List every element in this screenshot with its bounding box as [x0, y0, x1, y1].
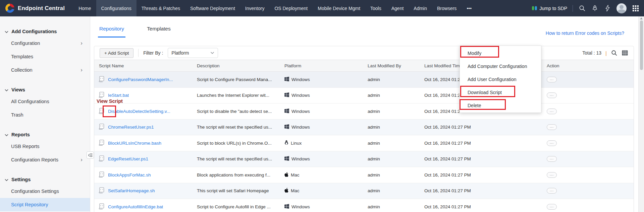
row-actions-button[interactable]: ... — [547, 109, 557, 114]
row-actions-button[interactable]: ... — [547, 156, 557, 162]
script-file-icon[interactable] — [99, 92, 104, 99]
sidebar-item-templates[interactable]: Templates — [0, 50, 90, 63]
script-name-cell: BlockURLsInChrome.bash — [94, 140, 192, 147]
sidebar-section-title-views[interactable]: Views — [0, 85, 90, 95]
nav-item-[interactable]: ••• — [462, 0, 477, 16]
table-row: BlockAppsForMac.shBlock applications fro… — [94, 167, 634, 183]
script-file-icon[interactable] — [99, 187, 104, 194]
row-actions-button[interactable]: ... — [547, 140, 557, 146]
action-cell: ... — [542, 188, 634, 194]
add-script-button[interactable]: + Add Script — [100, 48, 133, 58]
sidebar-item-configuration[interactable]: Configuration› — [0, 37, 90, 50]
windows-icon — [284, 77, 289, 82]
sidebar-item-configuration-settings[interactable]: Configuration Settings — [0, 185, 90, 198]
script-name-link[interactable]: IeStart.bat — [108, 93, 129, 98]
sidebar-section-title-add-configurations[interactable]: Add Configurations — [0, 26, 90, 37]
nav-item-configurations[interactable]: Configurations — [96, 0, 137, 16]
row-actions-button[interactable]: ... — [547, 124, 557, 130]
sidebar-collapse-icon[interactable] — [87, 151, 94, 159]
nav-item-threats-patches[interactable]: Threats & Patches — [137, 0, 185, 16]
description-cell: This script will set Safari Homepage — [192, 188, 280, 193]
error-codes-help-link[interactable]: How to return Error codes on Scripts? — [546, 30, 624, 36]
tab-repository[interactable]: Repository — [98, 24, 125, 38]
script-file-icon[interactable] — [99, 155, 104, 162]
platform-cell: Windows — [280, 204, 363, 210]
sidebar-item-trash[interactable]: Trash — [0, 108, 90, 122]
nav-item-home[interactable]: Home — [73, 0, 96, 16]
table-row: EdgeResetUser.ps1The script will reset t… — [94, 151, 634, 167]
modified-by-cell: admin — [363, 77, 420, 82]
brand-title: Endpoint Central — [18, 5, 65, 12]
sidebar-item-all-configurations[interactable]: All Configurations — [0, 95, 90, 108]
sidebar-item-usb-reports[interactable]: USB Reports — [0, 140, 90, 153]
description-cell: The script will reset the specified us..… — [192, 156, 280, 161]
description-cell: Script to block URL(s) in Chrome.O... — [192, 141, 280, 146]
platform-filter-select[interactable]: Platform — [168, 48, 218, 58]
nav-item-agent[interactable]: Agent — [386, 0, 409, 16]
script-name-cell: IeStart.bat — [94, 92, 192, 99]
column-header-description: Description — [192, 63, 280, 68]
row-actions-button[interactable]: ... — [547, 92, 557, 98]
lightning-icon[interactable] — [604, 5, 611, 12]
script-file-icon[interactable] — [99, 171, 104, 179]
row-actions-button[interactable]: ... — [547, 204, 557, 210]
tabs: RepositoryTemplates — [98, 24, 172, 38]
table-row: ChromeResetUser.ps1The script will reset… — [94, 120, 634, 136]
context-menu-item-add-computer-configuration[interactable]: Add Computer Configuration — [460, 60, 541, 73]
row-actions-button[interactable]: ... — [547, 172, 557, 178]
script-name-link[interactable]: DisableAutoDetectIeSetting.v... — [108, 109, 170, 114]
context-menu-item-delete[interactable]: Delete — [460, 99, 541, 112]
nav-item-software-deployment[interactable]: Software Deployment — [185, 0, 240, 16]
top-navbar: Endpoint Central HomeConfigurationsThrea… — [0, 0, 644, 16]
action-cell: ... — [542, 124, 634, 130]
script-name-link[interactable]: BlockAppsForMac.sh — [108, 172, 151, 178]
sidebar-item-collection[interactable]: Collection› — [0, 63, 90, 77]
search-icon[interactable] — [578, 5, 586, 12]
script-name-link[interactable]: EdgeResetUser.ps1 — [108, 156, 148, 161]
user-avatar[interactable] — [616, 3, 627, 13]
scrollbar-thumb[interactable] — [640, 20, 643, 70]
script-name-link[interactable]: ConfigureAutofillInEdge.bat — [108, 204, 163, 209]
sidebar: Add ConfigurationsConfiguration›Template… — [0, 16, 90, 212]
context-menu-item-download-script[interactable]: Download Script — [460, 86, 541, 99]
context-menu-item-modify[interactable]: Modify — [460, 47, 541, 60]
nav-item-inventory[interactable]: Inventory — [240, 0, 270, 16]
windows-icon — [284, 204, 289, 210]
description-cell: The script will reset the specified us..… — [192, 125, 280, 130]
scrollbar-up-arrow[interactable] — [640, 17, 643, 19]
script-file-icon[interactable] — [99, 76, 104, 83]
nav-item-browsers[interactable]: Browsers — [432, 0, 462, 16]
sidebar-item-configuration-reports[interactable]: Configuration Reports› — [0, 153, 90, 166]
script-name-link[interactable]: BlockURLsInChrome.bash — [108, 141, 161, 146]
script-file-icon[interactable] — [99, 108, 104, 115]
sidebar-section-title-reports[interactable]: Reports — [0, 130, 90, 140]
script-name-link[interactable]: SetSafariHomepage.sh — [108, 188, 155, 193]
nav-right: Jump to SDP — [532, 3, 644, 13]
row-actions-button[interactable]: ... — [547, 188, 557, 194]
column-header-script-name: Script Name — [94, 63, 192, 68]
script-file-icon[interactable] — [99, 203, 104, 210]
sidebar-section: SettingsConfiguration SettingsScript Rep… — [0, 174, 90, 211]
chevron-down-icon — [210, 52, 214, 54]
script-name-link[interactable]: ConfigurePasswordManagerIn... — [108, 77, 173, 82]
script-name-link[interactable]: ChromeResetUser.ps1 — [108, 125, 154, 130]
script-file-icon[interactable] — [99, 140, 104, 147]
apps-grid-icon[interactable] — [632, 5, 639, 12]
vertical-scrollbar[interactable] — [638, 16, 644, 212]
script-name-cell: ChromeResetUser.ps1 — [94, 124, 192, 131]
script-name-cell: ConfigureAutofillInEdge.bat — [94, 203, 192, 210]
table-search-icon[interactable] — [611, 50, 618, 56]
rocket-icon[interactable] — [591, 5, 598, 12]
context-menu-item-add-user-configuration[interactable]: Add User Configuration — [460, 73, 541, 86]
sidebar-section-title-settings[interactable]: Settings — [0, 174, 90, 185]
nav-item-os-deployment[interactable]: OS Deployment — [269, 0, 313, 16]
tab-templates[interactable]: Templates — [146, 24, 172, 38]
script-file-icon[interactable] — [99, 124, 104, 131]
column-chooser-icon[interactable] — [622, 50, 628, 56]
nav-item-admin[interactable]: Admin — [409, 0, 432, 16]
sidebar-item-script-repository[interactable]: Script Repository — [0, 198, 90, 211]
row-actions-button[interactable]: ... — [547, 77, 557, 82]
jump-to-sdp-button[interactable]: Jump to SDP — [532, 5, 567, 11]
nav-item-tools[interactable]: Tools — [365, 0, 386, 16]
nav-item-mobile-device-mgmt[interactable]: Mobile Device Mgmt — [313, 0, 365, 16]
